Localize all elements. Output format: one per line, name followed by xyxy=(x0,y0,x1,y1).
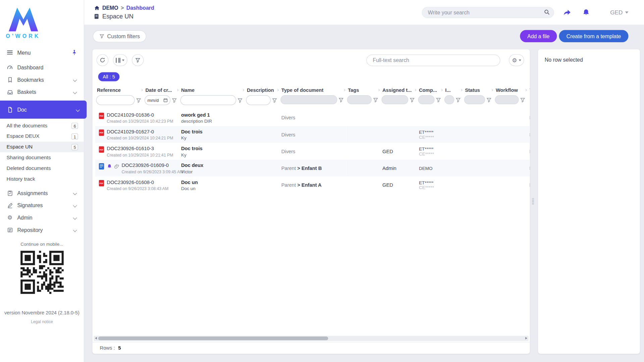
filter-funnel-icon[interactable] xyxy=(172,98,177,103)
row-company-secondary: CE***** xyxy=(419,151,442,156)
sidebar-item-assignments[interactable]: Assignments xyxy=(0,187,84,199)
sidebar-item-repository[interactable]: Repository xyxy=(0,224,84,236)
table-row[interactable]: PDFDOC230926-01610-3Created on 10/29/202… xyxy=(95,143,530,160)
sidebar-item-signatures[interactable]: Signatures xyxy=(0,199,84,212)
table-row[interactable]: PDFDOC241029-01627-0Created on 10/29/202… xyxy=(95,126,530,143)
scrollbar-thumb[interactable] xyxy=(98,337,328,340)
tab-all-documents[interactable]: All : 5 xyxy=(98,72,120,81)
bell-icon[interactable] xyxy=(582,9,590,16)
row-subtitle: Victor xyxy=(181,169,244,174)
column-header-tags[interactable]: Tags› xyxy=(346,85,381,95)
column-header-status[interactable]: Status› xyxy=(463,85,494,95)
sidebar-item-history-track[interactable]: History track xyxy=(0,174,84,184)
sort-chevron-icon[interactable]: › xyxy=(525,86,527,93)
filter-button[interactable] xyxy=(132,54,144,66)
column-filter-input[interactable] xyxy=(180,95,236,105)
sidebar-item-sharing-documents[interactable]: Sharing documents xyxy=(0,152,84,163)
filter-funnel-icon[interactable] xyxy=(410,97,415,103)
horizontal-scrollbar[interactable] xyxy=(94,336,529,341)
create-template-button[interactable]: Create from a template xyxy=(559,30,629,42)
column-header-i[interactable]: I...› xyxy=(443,85,463,95)
column-header-assigned-t[interactable]: Assigned t...› xyxy=(381,85,417,95)
search-icon[interactable] xyxy=(544,9,550,16)
sort-chevron-icon[interactable]: › xyxy=(441,86,443,93)
sidebar-item-doc[interactable]: Doc xyxy=(0,101,87,119)
table-row[interactable]: PDFDOC241029-01636-0Created on 10/29/202… xyxy=(95,109,530,126)
refresh-button[interactable] xyxy=(97,54,109,66)
basket-icon xyxy=(7,88,13,95)
column-filter-disabled xyxy=(464,95,485,104)
custom-filters-button[interactable]: Custom filters xyxy=(93,30,147,42)
home-icon[interactable] xyxy=(94,5,100,11)
row-company: ET***** xyxy=(419,129,442,134)
sidebar-nav: Dashboard Bookmarks Baskets xyxy=(0,61,84,236)
sidebar-item-espace-deux[interactable]: Espace DEUX 1 xyxy=(0,131,84,142)
filter-funnel-icon[interactable] xyxy=(272,98,277,103)
sidebar-item-admin[interactable]: ⚙ Admin xyxy=(0,212,84,224)
breadcrumb-root[interactable]: DEMO xyxy=(102,5,118,11)
column-header-name[interactable]: Name› xyxy=(179,85,245,95)
add-file-button[interactable]: Add a file xyxy=(520,30,557,42)
panel-resize-handle[interactable]: ⠿⠿ xyxy=(532,199,534,205)
column-header-comp[interactable]: Comp...› xyxy=(417,85,443,95)
columns-button[interactable] xyxy=(113,54,127,66)
filter-funnel-icon[interactable] xyxy=(455,97,461,103)
sort-chevron-icon[interactable]: › xyxy=(277,86,279,93)
row-subtitle: Doc un xyxy=(181,186,244,191)
column-filter-input[interactable] xyxy=(246,95,270,105)
column-header-description[interactable]: Description› xyxy=(245,85,280,95)
filter-funnel-icon[interactable] xyxy=(237,98,243,103)
count-badge: 6 xyxy=(71,123,78,129)
svg-text:PDF: PDF xyxy=(100,132,104,134)
menu-toggle[interactable]: Menu xyxy=(0,46,84,59)
filter-funnel-icon[interactable] xyxy=(136,98,141,103)
calendar-icon[interactable] xyxy=(163,98,167,102)
date-filter-input[interactable]: mm/d xyxy=(145,95,170,105)
sidebar-item-espace-un[interactable]: Espace UN 5 xyxy=(0,141,84,152)
table-row[interactable]: DOC230926-01609-0Created on 9/26/2023 3:… xyxy=(95,160,530,176)
table-row[interactable]: PDFDOC230926-01608-0Created on 9/26/2023… xyxy=(95,177,530,193)
doc-icon xyxy=(7,106,13,113)
share-icon[interactable] xyxy=(563,9,571,16)
sort-chevron-icon[interactable]: › xyxy=(141,86,143,93)
column-filter-input[interactable] xyxy=(96,95,135,105)
fulltext-search-input[interactable] xyxy=(367,54,500,66)
scroll-right-arrow[interactable] xyxy=(525,337,527,339)
scroll-left-arrow[interactable] xyxy=(95,337,97,339)
user-menu[interactable]: GED xyxy=(610,9,628,16)
filter-funnel-icon[interactable] xyxy=(373,97,378,103)
sort-chevron-icon[interactable]: › xyxy=(461,86,462,93)
pin-sidebar-icon[interactable] xyxy=(71,50,77,55)
global-search-input[interactable] xyxy=(422,7,554,18)
sort-chevron-icon[interactable]: › xyxy=(177,86,178,93)
hamburger-icon[interactable] xyxy=(7,49,13,56)
column-header-type-of-document[interactable]: Type of document› xyxy=(280,85,346,95)
breadcrumb-current[interactable]: Dashboard xyxy=(126,5,154,11)
column-header-workflow[interactable]: Workflow› xyxy=(494,85,528,95)
sidebar-item-baskets[interactable]: Baskets xyxy=(0,86,84,98)
sort-chevron-icon[interactable]: › xyxy=(491,86,493,93)
action-bar: Custom filters Add a file Create from a … xyxy=(84,24,644,48)
column-header-date-of-cr[interactable]: Date of cr...› xyxy=(144,85,180,95)
table-settings-button[interactable]: ⚙ xyxy=(509,54,524,66)
sidebar-item-all-the-documents[interactable]: All the documents 6 xyxy=(0,120,84,131)
sidebar: O'WORK Menu Dashboard Bookmarks xyxy=(0,0,84,362)
sidebar-item-bookmarks[interactable]: Bookmarks xyxy=(0,73,84,86)
row-assigned-to xyxy=(381,126,417,143)
row-name: Doc trois xyxy=(181,145,244,151)
row-type-child: > Enfant A xyxy=(297,182,322,188)
legal-notice-link[interactable]: Legal notice xyxy=(0,319,84,324)
row-name: Doc un xyxy=(181,179,244,185)
sort-chevron-icon[interactable]: › xyxy=(378,86,380,93)
column-header-reference[interactable]: Reference› xyxy=(95,85,144,95)
filter-funnel-icon[interactable] xyxy=(338,97,344,103)
filter-funnel-icon[interactable] xyxy=(436,97,441,103)
sort-chevron-icon[interactable]: › xyxy=(243,86,244,93)
sort-chevron-icon[interactable]: › xyxy=(415,86,416,93)
filter-funnel-icon[interactable] xyxy=(520,97,525,103)
filter-funnel-icon[interactable] xyxy=(486,97,492,103)
sidebar-item-deleted-documents[interactable]: Deleted documents xyxy=(0,163,84,174)
sort-chevron-icon[interactable]: › xyxy=(343,86,345,93)
sidebar-item-dashboard[interactable]: Dashboard xyxy=(0,61,84,73)
column-header-y[interactable]: Y xyxy=(528,85,530,95)
